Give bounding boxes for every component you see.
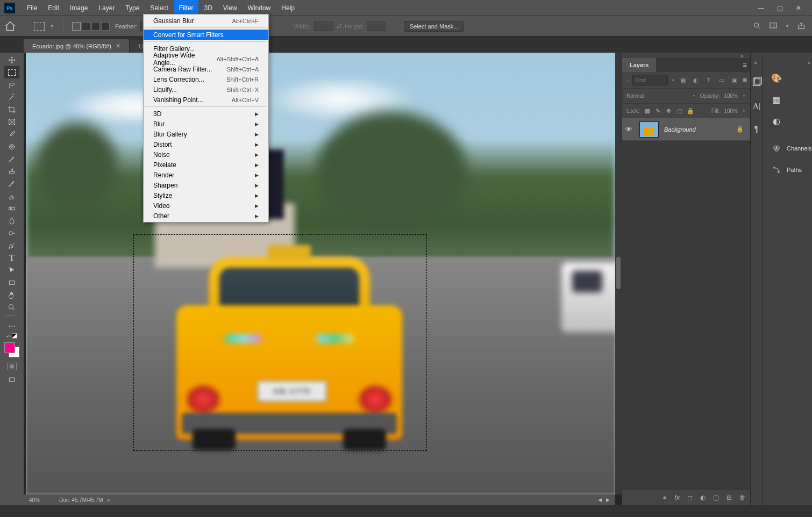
foreground-color-swatch[interactable] [4, 342, 15, 353]
chevron-down-icon[interactable]: ▼ [742, 109, 746, 113]
lock-all-icon[interactable]: 🔒 [687, 107, 694, 114]
menu-image[interactable]: Image [65, 0, 93, 16]
filter-last-used[interactable]: Gaussian Blur Alt+Ctrl+F [144, 16, 268, 26]
brush-tool-icon[interactable] [4, 153, 19, 165]
filter-sub-render[interactable]: Render▶ [144, 170, 268, 180]
crop-tool-icon[interactable] [4, 103, 19, 116]
lock-artboard-icon[interactable]: ▢ [676, 107, 683, 114]
blur-tool-icon[interactable] [4, 214, 19, 227]
layer-row[interactable]: 👁 Background 🔒 [622, 118, 750, 141]
filter-sub-blur[interactable]: Blur▶ [144, 119, 268, 129]
filter-lens-correction[interactable]: Lens Correction...Shift+Ctrl+R [144, 74, 268, 84]
swap-wh-icon[interactable]: ⇄ [337, 23, 341, 30]
filter-sub-distort[interactable]: Distort▶ [144, 139, 268, 149]
path-selection-tool-icon[interactable] [4, 264, 19, 276]
edit-toolbar-icon[interactable]: ⋯ [4, 320, 19, 332]
new-layer-icon[interactable]: ⊞ [726, 494, 732, 501]
filter-sub-video[interactable]: Video▶ [144, 200, 268, 211]
filter-adaptive-wide-angle[interactable]: Adaptive Wide Angle...Alt+Shift+Ctrl+A [144, 54, 268, 64]
marquee-tool-icon[interactable] [4, 66, 19, 78]
layer-mask-icon[interactable]: ◻ [687, 494, 693, 501]
filter-sub-noise[interactable]: Noise▶ [144, 149, 268, 160]
home-icon[interactable] [4, 20, 16, 32]
width-input[interactable] [314, 21, 333, 31]
dodge-tool-icon[interactable] [4, 227, 19, 239]
filter-sub-blur-gallery[interactable]: Blur Gallery▶ [144, 129, 268, 139]
link-layers-icon[interactable]: ⚭ [662, 494, 667, 501]
collapse-icon[interactable]: » [754, 59, 760, 64]
workspace-icon[interactable] [769, 21, 778, 31]
blend-mode-select[interactable]: Normal [626, 93, 688, 99]
filter-camera-raw[interactable]: Camera Raw Filter...Shift+Ctrl+A [144, 64, 268, 74]
opacity-value[interactable]: 100% [724, 93, 738, 99]
fill-value[interactable]: 100% [724, 108, 738, 114]
chevron-down-icon[interactable]: ▼ [742, 94, 746, 98]
healing-tool-icon[interactable] [4, 140, 19, 153]
scroll-left-icon[interactable]: ◀ [598, 497, 602, 502]
quick-mask-icon[interactable] [7, 363, 17, 370]
pen-tool-icon[interactable] [4, 239, 19, 252]
default-colors-icon[interactable] [12, 333, 17, 339]
close-button[interactable]: ✕ [796, 4, 801, 12]
lock-position-icon[interactable]: ✥ [665, 107, 673, 114]
search-icon[interactable] [753, 21, 761, 31]
filter-type-icon[interactable]: T [704, 75, 714, 85]
selection-new-icon[interactable] [72, 22, 81, 31]
rectangle-tool-icon[interactable] [4, 276, 19, 289]
swatches-panel-tab[interactable]: ▦ [766, 91, 787, 107]
chevron-down-icon[interactable]: ▼ [692, 94, 696, 98]
hand-tool-icon[interactable] [4, 289, 19, 301]
layers-tab[interactable]: Layers [622, 58, 656, 72]
color-panel-tab[interactable]: 🎨 [766, 70, 787, 86]
scroll-right-icon[interactable]: ▶ [606, 497, 610, 502]
lock-pixels-icon[interactable]: ✎ [654, 107, 662, 114]
filter-shape-icon[interactable]: ▭ [717, 75, 726, 85]
collapse-panel-icon[interactable]: » [740, 53, 747, 58]
layer-fx-icon[interactable]: fx [675, 494, 680, 501]
paths-panel-tab[interactable]: Paths [766, 162, 806, 178]
menu-type[interactable]: Type [120, 0, 145, 16]
filter-sub-3d[interactable]: 3D▶ [144, 109, 268, 119]
chevron-down-icon[interactable]: ▼ [785, 24, 789, 28]
move-tool-icon[interactable] [4, 54, 19, 66]
vertical-scrollbar[interactable] [615, 53, 622, 494]
collapse-icon[interactable]: » [807, 59, 812, 64]
layer-thumbnail[interactable] [639, 121, 659, 138]
swap-colors-icon[interactable]: ⤺ [6, 333, 11, 339]
selection-subtract-icon[interactable] [91, 22, 100, 31]
tool-preset-icon[interactable] [34, 22, 45, 31]
menu-help[interactable]: Help [276, 0, 300, 16]
chevron-right-icon[interactable]: ▶ [108, 498, 111, 502]
channels-panel-tab[interactable]: Channels [766, 140, 812, 156]
zoom-tool-icon[interactable] [4, 301, 19, 313]
type-tool-icon[interactable]: T [4, 252, 19, 264]
history-brush-tool-icon[interactable] [4, 177, 19, 190]
filter-adjust-icon[interactable]: ◐ [691, 75, 701, 85]
layer-kind-filter[interactable] [632, 75, 668, 85]
filter-smart-icon[interactable]: ▣ [730, 75, 739, 85]
layer-name-label[interactable]: Background [664, 126, 696, 133]
document-canvas[interactable]: AB-1770 [26, 53, 615, 494]
select-and-mask-button[interactable]: Select and Mask... [404, 21, 465, 32]
filter-sub-sharpen[interactable]: Sharpen▶ [144, 180, 268, 190]
layer-lock-icon[interactable]: 🔒 [736, 126, 744, 133]
paragraph-panel-icon[interactable]: ¶ [751, 124, 763, 135]
selection-intersect-icon[interactable] [101, 22, 110, 31]
eraser-tool-icon[interactable] [4, 190, 19, 202]
visibility-icon[interactable]: 👁 [625, 125, 634, 134]
filter-liquify[interactable]: Liquify...Shift+Ctrl+X [144, 84, 268, 95]
history-panel-icon[interactable] [751, 76, 763, 88]
lock-transparency-icon[interactable]: ▩ [644, 107, 651, 114]
filter-sub-other[interactable]: Other▶ [144, 211, 268, 221]
zoom-level[interactable]: 40% [29, 497, 55, 503]
filter-vanishing-point[interactable]: Vanishing Point...Alt+Ctrl+V [144, 95, 268, 105]
color-swatches[interactable] [3, 342, 20, 360]
menu-layer[interactable]: Layer [93, 0, 120, 16]
panel-menu-icon[interactable]: ≡ [743, 61, 750, 69]
filter-convert-smart[interactable]: Convert for Smart Filters [144, 30, 268, 40]
selection-add-icon[interactable] [82, 22, 90, 31]
height-input[interactable] [367, 21, 386, 31]
delete-layer-icon[interactable]: 🗑 [739, 494, 746, 501]
document-tab-active[interactable]: Ecuador.jpg @ 40% (RGB/8#) ✕ [24, 39, 129, 53]
screen-mode-icon[interactable] [4, 374, 19, 386]
